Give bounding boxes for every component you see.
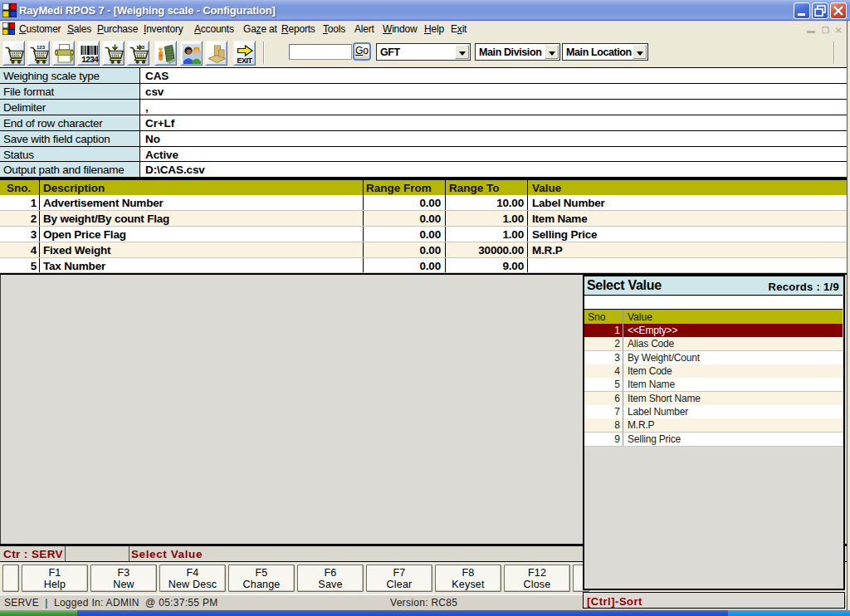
svg-text:123: 123: [37, 45, 46, 50]
svg-text:EXIT: EXIT: [237, 56, 253, 65]
svg-text:1234: 1234: [81, 56, 99, 65]
